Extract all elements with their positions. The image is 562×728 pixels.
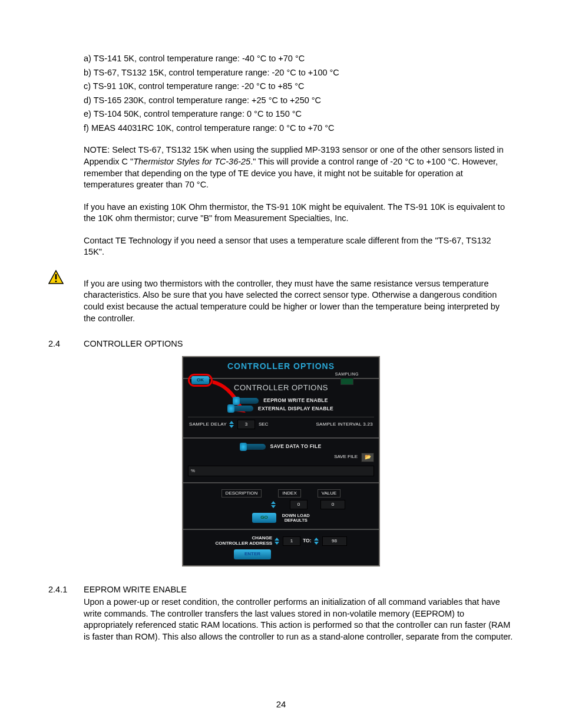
description-header: DESCRIPTION xyxy=(222,489,262,498)
index-spinner[interactable] xyxy=(271,501,277,508)
list-item-f: f) MEAS 44031RC 10K, control temperature… xyxy=(84,123,514,134)
sampling-led xyxy=(340,378,353,385)
sample-delay-row: SAMPLE DELAY 3 SEC SAMPLE INTERVAL 3.23 xyxy=(188,417,374,431)
banner-title: CONTROLLER OPTIONS xyxy=(183,361,379,372)
save-file-label: SAVE FILE xyxy=(334,454,358,460)
defaults-section: DESCRIPTION INDEX VALUE 0 0 GO DOWN LOAD… xyxy=(183,482,379,529)
save-data-toggle-label: SAVE DATA TO FILE xyxy=(270,443,322,450)
value-header: VALUE xyxy=(318,489,341,498)
controller-options-panel: CONTROLLER OPTIONS OK SAMPLING CONTROLLE… xyxy=(182,356,380,566)
panel-banner: CONTROLLER OPTIONS OK SAMPLING xyxy=(183,357,379,379)
subsection-number: 2.4.1 xyxy=(48,584,84,596)
warning-text: If you are using two thermistors with th… xyxy=(84,270,514,324)
section-2-4-1: 2.4.1 EEPROM WRITE ENABLE Upon a power-u… xyxy=(48,584,514,643)
eeprom-toggle-row: EEPROM WRITE ENABLE xyxy=(188,397,374,404)
save-path-input[interactable]: % xyxy=(188,466,374,476)
address-from-input[interactable]: 1 xyxy=(283,536,300,546)
go-button[interactable]: GO xyxy=(252,513,276,523)
address-section: CHANGECONTROLLER ADDRESS 1 TO: 98 ENTER xyxy=(183,529,379,565)
eeprom-toggle-label: EEPROM WRITE ENABLE xyxy=(263,397,328,404)
folder-open-icon[interactable]: 📂 xyxy=(361,453,374,462)
sample-delay-input[interactable]: 3 xyxy=(237,420,255,429)
warning-block: If you are using two thermistors with th… xyxy=(48,270,514,324)
sample-delay-unit: SEC xyxy=(259,421,268,428)
sampling-label: SAMPLING xyxy=(335,371,359,377)
download-defaults-label: DOWN LOADDEFAULTS xyxy=(282,513,310,523)
list-item-d: d) TS-165 230K, control temperature rang… xyxy=(84,95,514,107)
section-2-4: 2.4 CONTROLLER OPTIONS xyxy=(48,338,514,350)
sample-interval-label: SAMPLE INTERVAL 3.23 xyxy=(316,421,373,428)
paragraph-equivalent: If you have an existing 10K Ohm thermist… xyxy=(84,202,514,225)
page-number: 24 xyxy=(0,699,562,710)
save-data-toggle[interactable] xyxy=(241,444,266,450)
ui-figure-wrap: CONTROLLER OPTIONS OK SAMPLING CONTROLLE… xyxy=(48,356,514,566)
note-paragraph: NOTE: Select TS-67, TS132 15K when using… xyxy=(84,144,514,190)
svg-rect-1 xyxy=(55,274,57,279)
sampling-indicator: SAMPLING xyxy=(335,371,359,385)
warning-icon xyxy=(48,270,64,284)
index-input[interactable]: 0 xyxy=(290,500,308,509)
section-number: 2.4 xyxy=(48,338,84,350)
change-address-label: CHANGECONTROLLER ADDRESS xyxy=(215,536,272,546)
list-item-b: b) TS-67, TS132 15K, control temperature… xyxy=(84,67,514,79)
subsection-title: EEPROM WRITE ENABLE xyxy=(84,584,187,596)
ok-highlight-circle: OK xyxy=(188,374,213,387)
save-section: SAVE DATA TO FILE SAVE FILE 📂 % xyxy=(183,437,379,482)
list-item-c: c) TS-91 10K, control temperature range:… xyxy=(84,81,514,93)
index-header: INDEX xyxy=(278,489,300,498)
list-item-a: a) TS-141 5K, control temperature range:… xyxy=(84,53,514,65)
subsection-body: Upon a power-up or reset condition, the … xyxy=(84,597,514,643)
section-title: CONTROLLER OPTIONS xyxy=(84,338,183,350)
option-list: a) TS-141 5K, control temperature range:… xyxy=(84,53,514,134)
value-display: 0 xyxy=(320,500,345,509)
page: a) TS-141 5K, control temperature range:… xyxy=(0,0,562,728)
svg-rect-2 xyxy=(55,281,57,282)
address-to-spinner[interactable] xyxy=(314,538,320,545)
options-section: CONTROLLER OPTIONS EEPROM WRITE ENABLE E… xyxy=(183,379,379,437)
warning-icon-cell xyxy=(48,270,84,284)
external-display-toggle-row: EXTERNAL DISPLAY ENABLE xyxy=(188,406,374,412)
note-italic: Thermistor Styles for TC-36-25 xyxy=(133,157,250,166)
save-data-toggle-row: SAVE DATA TO FILE xyxy=(188,443,374,450)
sample-delay-spinner[interactable] xyxy=(229,421,235,428)
paragraph-contact: Contact TE Technology if you need a sens… xyxy=(84,235,514,258)
address-from-spinner[interactable] xyxy=(275,538,280,545)
external-display-toggle[interactable] xyxy=(229,406,253,411)
sample-delay-label: SAMPLE DELAY xyxy=(189,421,227,428)
eeprom-toggle[interactable] xyxy=(234,398,259,404)
external-display-toggle-label: EXTERNAL DISPLAY ENABLE xyxy=(258,406,333,412)
to-label: TO: xyxy=(303,538,311,544)
ok-button[interactable]: OK xyxy=(191,376,209,385)
enter-button[interactable]: ENTER xyxy=(234,549,271,559)
list-item-e: e) TS-104 50K, control temperature range… xyxy=(84,108,514,120)
address-to-input[interactable]: 98 xyxy=(322,536,347,546)
